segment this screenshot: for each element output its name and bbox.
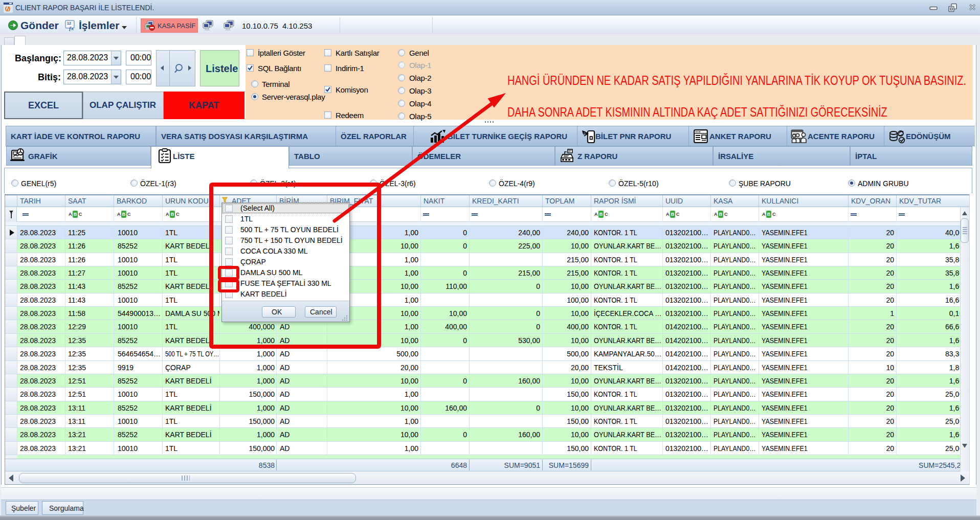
svg-text:12: 12 (67, 21, 71, 25)
svg-text:fx: fx (69, 25, 74, 31)
